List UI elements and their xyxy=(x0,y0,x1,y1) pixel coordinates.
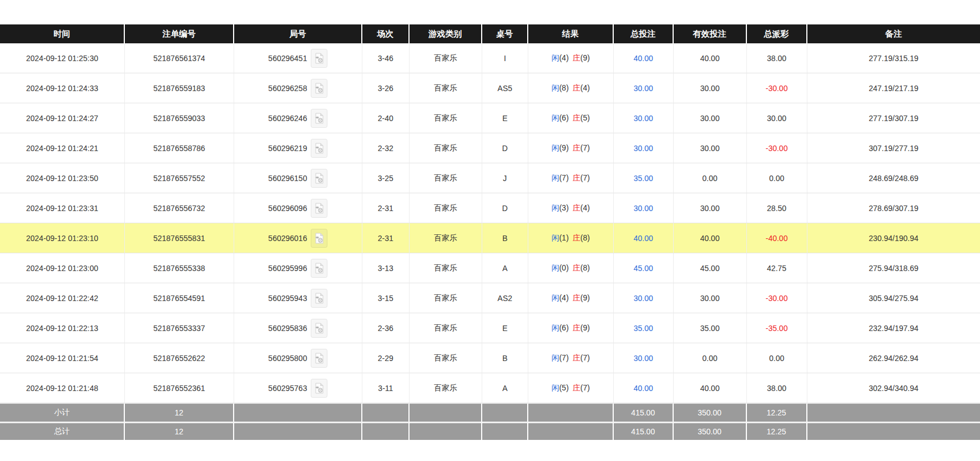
total-bet-link[interactable]: 30.00 xyxy=(634,84,653,93)
cell-bet-number: 521876555338 xyxy=(125,253,234,283)
cell-remark: 247.19/217.19 xyxy=(807,73,980,103)
total-bet-link[interactable]: 30.00 xyxy=(634,144,653,153)
video-replay-icon xyxy=(314,353,324,364)
result-banker-score: (4) xyxy=(580,203,590,212)
cell-valid-bet: 45.00 xyxy=(674,253,747,283)
total-bet-link[interactable]: 30.00 xyxy=(634,354,653,363)
cell-game-type: 百家乐 xyxy=(410,133,482,163)
cell-round-number: 560295836 xyxy=(234,313,362,343)
video-replay-button[interactable] xyxy=(311,289,327,308)
round-number-text: 560296016 xyxy=(268,234,307,243)
cell-time: 2024-09-12 01:25:30 xyxy=(0,43,125,73)
cell-time: 2024-09-12 01:22:13 xyxy=(0,313,125,343)
cell-table-number: D xyxy=(482,133,528,163)
subtotal-row: 小计12415.00350.0012.25 xyxy=(0,403,980,422)
video-replay-button[interactable] xyxy=(311,139,327,158)
table-row: 2024-09-12 01:23:10 521876555831 5602960… xyxy=(0,223,980,253)
cell-round-number: 560296258 xyxy=(234,73,362,103)
cell-game-type: 百家乐 xyxy=(410,253,482,283)
video-replay-button[interactable] xyxy=(311,169,327,188)
cell-valid-bet: 30.00 xyxy=(674,283,747,313)
table-row: 2024-09-12 01:23:31 521876556732 5602960… xyxy=(0,193,980,223)
result-player-score: (4) xyxy=(559,53,569,62)
subtotal-cell-remark xyxy=(807,403,980,422)
total-bet-link[interactable]: 30.00 xyxy=(634,114,653,123)
cell-total-payout: 30.00 xyxy=(747,103,807,133)
cell-table-number: E xyxy=(482,103,528,133)
video-replay-button[interactable] xyxy=(311,79,327,98)
cell-bet-number: 521876559033 xyxy=(125,103,234,133)
total-bet-link[interactable]: 30.00 xyxy=(634,294,653,303)
cell-valid-bet: 30.00 xyxy=(674,193,747,223)
cell-table-number: B xyxy=(482,223,528,253)
cell-bet-number: 521876561374 xyxy=(125,43,234,73)
cell-time: 2024-09-12 01:23:31 xyxy=(0,193,125,223)
result-banker-score: (7) xyxy=(580,143,590,152)
result-player-label: 闲 xyxy=(552,353,559,362)
video-replay-button[interactable] xyxy=(311,259,327,278)
column-header-round_no: 局号 xyxy=(234,24,362,43)
cell-bet-number: 521876557552 xyxy=(125,163,234,193)
cell-result: 闲(3)庄(4) xyxy=(528,193,614,223)
cell-game-type: 百家乐 xyxy=(410,103,482,133)
cell-table-number: B xyxy=(482,343,528,373)
total-bet-link[interactable]: 45.00 xyxy=(634,264,653,273)
cell-session: 2-36 xyxy=(362,313,410,343)
subtotal-cell-result xyxy=(528,403,614,422)
video-replay-button[interactable] xyxy=(311,49,327,68)
video-replay-button[interactable] xyxy=(311,199,327,218)
table-row: 2024-09-12 01:21:54 521876552622 5602958… xyxy=(0,343,980,373)
result-player-score: (3) xyxy=(559,203,569,212)
video-replay-button[interactable] xyxy=(311,319,327,338)
cell-result: 闲(7)庄(7) xyxy=(528,163,614,193)
result-player-score: (0) xyxy=(559,263,569,272)
cell-total-bet: 35.00 xyxy=(614,163,674,193)
grand-total-cell-round_no xyxy=(234,422,362,440)
video-replay-button[interactable] xyxy=(311,109,327,128)
total-bet-link[interactable]: 40.00 xyxy=(634,234,653,243)
result-player-label: 闲 xyxy=(552,263,559,272)
result-banker-label: 庄 xyxy=(573,233,580,242)
cell-total-payout: -30.00 xyxy=(747,73,807,103)
total-bet-link[interactable]: 40.00 xyxy=(634,54,653,63)
cell-total-bet: 30.00 xyxy=(614,283,674,313)
cell-result: 闲(4)庄(9) xyxy=(528,43,614,73)
result-banker-score: (5) xyxy=(580,113,590,122)
total-bet-link[interactable]: 30.00 xyxy=(634,204,653,213)
video-replay-button[interactable] xyxy=(311,229,327,248)
cell-valid-bet: 30.00 xyxy=(674,103,747,133)
column-header-remark: 备注 xyxy=(807,24,980,43)
video-replay-button[interactable] xyxy=(311,379,327,398)
result-banker-label: 庄 xyxy=(573,293,580,302)
total-bet-link[interactable]: 35.00 xyxy=(634,324,653,333)
cell-time: 2024-09-12 01:23:10 xyxy=(0,223,125,253)
cell-remark: 248.69/248.69 xyxy=(807,163,980,193)
cell-session: 3-13 xyxy=(362,253,410,283)
cell-round-number: 560296246 xyxy=(234,103,362,133)
cell-session: 2-40 xyxy=(362,103,410,133)
grand-total-cell-result xyxy=(528,422,614,440)
cell-bet-number: 521876559183 xyxy=(125,73,234,103)
cell-remark: 278.69/307.19 xyxy=(807,193,980,223)
subtotal-cell-valid_bet: 350.00 xyxy=(674,403,747,422)
cell-bet-number: 521876552361 xyxy=(125,373,234,403)
cell-total-bet: 35.00 xyxy=(614,313,674,343)
cell-result: 闲(9)庄(7) xyxy=(528,133,614,163)
cell-total-payout: -30.00 xyxy=(747,133,807,163)
cell-result: 闲(8)庄(4) xyxy=(528,73,614,103)
total-bet-link[interactable]: 35.00 xyxy=(634,174,653,183)
subtotal-cell-game_type xyxy=(410,403,482,422)
table-row: 2024-09-12 01:24:33 521876559183 5602962… xyxy=(0,73,980,103)
cell-time: 2024-09-12 01:24:27 xyxy=(0,103,125,133)
cell-round-number: 560296016 xyxy=(234,223,362,253)
result-banker-score: (8) xyxy=(580,233,590,242)
subtotal-cell-table_no xyxy=(482,403,528,422)
video-replay-icon xyxy=(314,173,324,184)
result-banker-label: 庄 xyxy=(573,383,580,392)
cell-time: 2024-09-12 01:21:54 xyxy=(0,343,125,373)
round-number-text: 560296219 xyxy=(268,144,307,153)
total-bet-link[interactable]: 40.00 xyxy=(634,384,653,393)
cell-bet-number: 521876558786 xyxy=(125,133,234,163)
subtotal-cell-session xyxy=(362,403,410,422)
video-replay-button[interactable] xyxy=(311,349,327,368)
